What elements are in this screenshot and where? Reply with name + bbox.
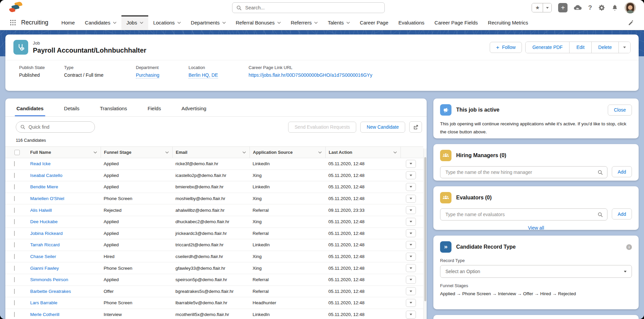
row-actions-caret-button[interactable] — [406, 160, 416, 168]
help-icon[interactable]: ? — [588, 4, 592, 11]
row-actions-caret-button[interactable] — [406, 253, 416, 261]
setup-gear-icon[interactable] — [598, 4, 605, 11]
row-actions-caret-button[interactable] — [406, 241, 416, 249]
tab-fields[interactable]: Fields — [147, 106, 162, 116]
edit-button[interactable]: Edit — [569, 42, 591, 53]
user-avatar[interactable] — [625, 2, 636, 13]
candidate-link[interactable]: Gianni Fawley — [30, 266, 59, 271]
open-in-new-window-icon[interactable] — [409, 121, 422, 133]
row-checkbox[interactable] — [14, 242, 15, 247]
candidate-link[interactable]: Bendite Miere — [30, 184, 58, 189]
generate-pdf-button[interactable]: Generate PDF — [526, 42, 569, 53]
add-evaluator-button[interactable]: Add — [612, 208, 632, 219]
evaluators-search[interactable] — [440, 208, 607, 220]
row-actions-caret-button[interactable] — [406, 183, 416, 191]
scrollbar-thumb[interactable] — [424, 157, 426, 301]
row-checkbox[interactable] — [14, 289, 15, 294]
field-value[interactable]: Purchasing — [136, 72, 159, 78]
app-launcher-waffle-icon[interactable] — [10, 15, 16, 30]
candidate-link[interactable]: Dee Huckabe — [30, 219, 58, 224]
candidate-link[interactable]: Barbette Greatrakes — [30, 289, 71, 294]
more-actions-caret-button[interactable] — [619, 42, 630, 53]
field-value[interactable]: Berlin HQ, DE — [189, 72, 218, 78]
candidate-link[interactable]: Tarrah Riccard — [30, 242, 60, 247]
nav-tab-referrers[interactable]: Referrers — [286, 15, 323, 30]
nav-tab-recruiting-metrics[interactable]: Recruiting Metrics — [483, 15, 533, 30]
delete-button[interactable]: Delete — [591, 42, 619, 53]
follow-button[interactable]: +Follow — [490, 42, 522, 53]
tab-advertising[interactable]: Advertising — [181, 106, 207, 116]
favorites-caret-icon[interactable] — [543, 3, 551, 12]
view-all-link[interactable]: View all — [440, 225, 632, 231]
row-checkbox[interactable] — [14, 254, 15, 259]
row-actions-caret-button[interactable] — [406, 264, 416, 272]
evaluators-input[interactable] — [445, 211, 595, 217]
tab-candidates[interactable]: Candidates — [16, 106, 44, 116]
quick-find[interactable] — [16, 121, 95, 133]
nav-tab-talents[interactable]: Talents — [323, 15, 355, 30]
nav-tab-locations[interactable]: Locations — [148, 15, 186, 30]
row-actions-caret-button[interactable] — [406, 171, 416, 179]
field-value[interactable]: https://jobs.flair.hr/00D7S000000bGHO/a1… — [249, 72, 372, 78]
row-checkbox[interactable] — [14, 277, 15, 282]
candidate-link[interactable]: Alis Halwill — [30, 208, 52, 213]
nav-tab-home[interactable]: Home — [56, 15, 80, 30]
hiring-manager-input[interactable] — [445, 169, 595, 175]
nav-tab-departments[interactable]: Departments — [186, 15, 231, 30]
row-checkbox[interactable] — [14, 312, 15, 317]
candidate-link[interactable]: Iseabal Castello — [30, 173, 62, 178]
row-checkbox[interactable] — [14, 184, 15, 189]
nav-tab-evaluations[interactable]: Evaluations — [393, 15, 430, 30]
column-header-email[interactable]: Email — [172, 147, 250, 158]
global-search[interactable] — [232, 2, 385, 13]
column-header-funnel-stage[interactable]: Funnel Stage — [101, 147, 172, 158]
row-actions-caret-button[interactable] — [406, 276, 416, 284]
row-checkbox[interactable] — [14, 231, 15, 236]
candidate-link[interactable]: Lars Barrable — [30, 300, 57, 305]
row-checkbox[interactable] — [14, 161, 15, 166]
send-evaluation-requests-button[interactable]: Send Evaluation Requests — [288, 122, 356, 133]
candidate-link[interactable]: Mariellen O'Shiel — [30, 196, 64, 201]
row-actions-caret-button[interactable] — [406, 287, 416, 295]
row-actions-caret-button[interactable] — [406, 229, 416, 237]
select-all-checkbox[interactable] — [14, 150, 20, 155]
row-checkbox[interactable] — [14, 266, 15, 271]
row-checkbox[interactable] — [14, 196, 15, 201]
favorites-star-icon[interactable]: ★ — [532, 3, 543, 12]
candidate-link[interactable]: Merle Cotherill — [30, 312, 59, 317]
nav-tab-jobs[interactable]: Jobs — [121, 15, 148, 30]
row-actions-caret-button[interactable] — [406, 311, 416, 319]
row-checkbox[interactable] — [14, 208, 15, 213]
column-header-application-source[interactable]: Application Source — [250, 147, 325, 158]
row-checkbox[interactable] — [14, 300, 15, 305]
nav-tab-career-page[interactable]: Career Page — [355, 15, 393, 30]
tab-details[interactable]: Details — [63, 106, 80, 116]
row-actions-caret-button[interactable] — [406, 299, 416, 307]
hiring-manager-search[interactable] — [440, 166, 607, 178]
quick-find-input[interactable] — [28, 124, 90, 130]
table-scrollbar[interactable] — [423, 148, 427, 319]
column-header-last-action[interactable]: Last Action — [325, 147, 400, 158]
new-candidate-button[interactable]: New Candidate — [360, 122, 405, 133]
row-actions-caret-button[interactable] — [406, 195, 416, 203]
tab-translations[interactable]: Translations — [99, 106, 128, 116]
row-checkbox[interactable] — [14, 173, 15, 178]
candidate-link[interactable]: Simmonds Peirson — [30, 277, 68, 282]
global-actions-plus-icon[interactable]: + — [558, 3, 568, 12]
row-actions-caret-button[interactable] — [406, 218, 416, 226]
nav-tab-career-page-fields[interactable]: Career Page Fields — [429, 15, 483, 30]
row-actions-caret-button[interactable] — [406, 206, 416, 214]
global-search-input[interactable] — [245, 5, 380, 11]
edit-nav-pencil-icon[interactable] — [628, 15, 634, 30]
record-type-select[interactable]: Select an Option — [440, 265, 632, 278]
guidance-center-icon[interactable] — [574, 4, 582, 11]
row-checkbox[interactable] — [14, 219, 15, 224]
close-job-button[interactable]: Close — [608, 105, 632, 116]
candidate-link[interactable]: Jobina Rickeard — [30, 231, 63, 236]
column-header-full-name[interactable]: Full Name — [27, 147, 101, 158]
candidate-link[interactable]: Chase Seiler — [30, 254, 56, 259]
info-icon[interactable]: i — [626, 244, 632, 250]
flair-logo-icon[interactable] — [9, 2, 24, 14]
add-hiring-manager-button[interactable]: Add — [612, 166, 632, 177]
nav-tab-candidates[interactable]: Candidates — [80, 15, 121, 30]
